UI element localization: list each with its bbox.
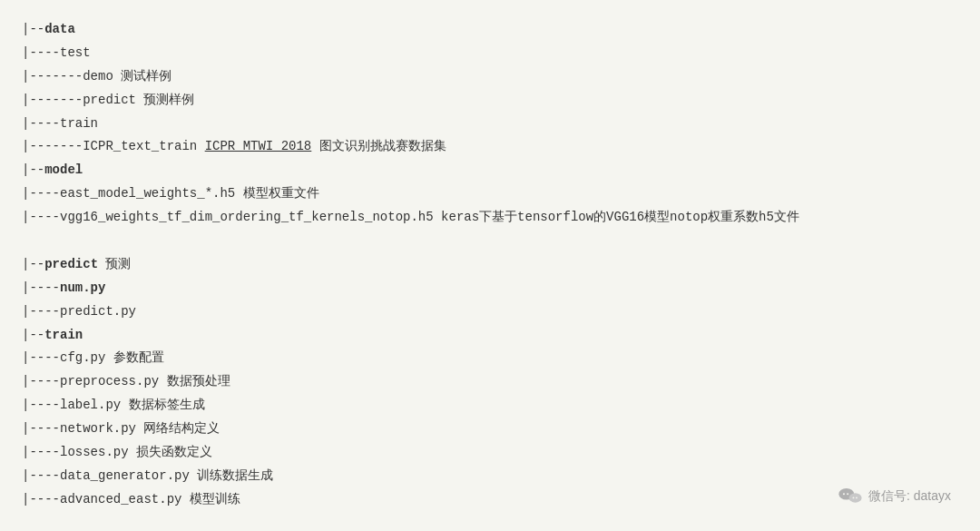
code-line: |----east_model_weights_*.h5 模型权重文件 bbox=[22, 182, 958, 206]
bold-keyword: predict bbox=[44, 257, 98, 271]
svg-point-1 bbox=[843, 493, 845, 495]
code-line: |----network.py 网络结构定义 bbox=[22, 418, 958, 441]
code-line: |----predict.py bbox=[22, 300, 958, 324]
bold-keyword: model bbox=[44, 162, 83, 177]
code-line: |--model bbox=[22, 159, 958, 182]
code-line: |----train bbox=[22, 113, 958, 136]
underline-text: ICPR_MTWI_2018 bbox=[205, 139, 312, 153]
code-line: |----losses.py 损失函数定义 bbox=[22, 441, 958, 465]
code-line: |----preprocess.py 数据预处理 bbox=[22, 370, 958, 394]
code-line: |----test bbox=[22, 42, 958, 65]
code-line: |--data bbox=[22, 18, 958, 42]
code-line: |----data_generator.py 训练数据生成 bbox=[22, 465, 958, 488]
svg-point-2 bbox=[847, 493, 848, 495]
code-line: |----num.py bbox=[22, 277, 958, 300]
code-line bbox=[22, 230, 958, 253]
code-line: |--train bbox=[22, 324, 958, 348]
code-line: |----advanced_east.py 模型训练 bbox=[22, 488, 958, 512]
code-line: |-------predict 预测样例 bbox=[22, 89, 958, 113]
code-line: |----cfg.py 参数配置 bbox=[22, 347, 958, 370]
code-line: |----vgg16_weights_tf_dim_ordering_tf_ke… bbox=[22, 206, 958, 230]
main-content: |--data|----test|-------demo 测试样例|------… bbox=[22, 18, 958, 512]
bold-keyword: train bbox=[44, 328, 83, 342]
code-line: |-------ICPR_text_train ICPR_MTWI_2018 图… bbox=[22, 135, 958, 159]
svg-point-5 bbox=[856, 497, 858, 498]
bold-keyword: data bbox=[44, 22, 75, 36]
svg-point-4 bbox=[853, 497, 855, 498]
code-line: |-------demo 测试样例 bbox=[22, 65, 958, 89]
code-line: |----label.py 数据标签生成 bbox=[22, 394, 958, 418]
svg-point-3 bbox=[849, 493, 862, 503]
wechat-icon bbox=[838, 484, 863, 509]
code-line: |--predict 预测 bbox=[22, 253, 958, 277]
watermark-text: 微信号: datayx bbox=[868, 488, 951, 505]
watermark: 微信号: datayx bbox=[838, 484, 951, 509]
bold-keyword: num.py bbox=[60, 280, 105, 295]
